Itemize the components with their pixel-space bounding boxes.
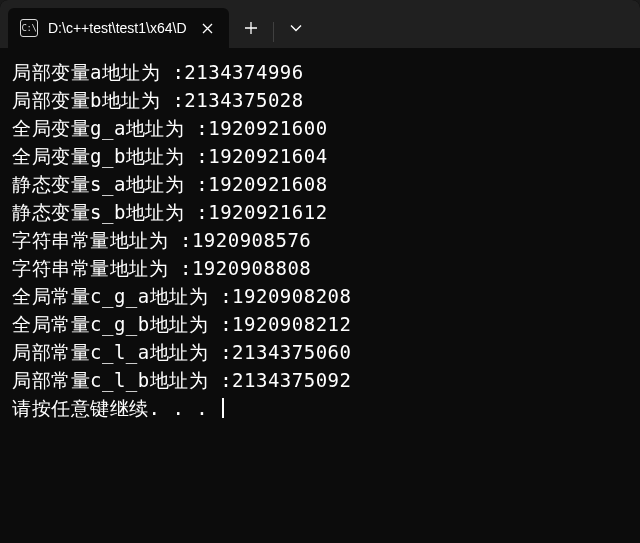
output-line: 全局常量c_g_b地址为 :1920908212 <box>12 310 628 338</box>
output-label: 全局常量c_g_a地址为 : <box>12 285 232 307</box>
output-label: 字符串常量地址为 : <box>12 257 192 279</box>
output-line: 全局变量g_a地址为 :1920921600 <box>12 114 628 142</box>
output-line: 字符串常量地址为 :1920908576 <box>12 226 628 254</box>
continue-prompt: 请按任意键继续. . . <box>12 394 628 422</box>
output-label: 字符串常量地址为 : <box>12 229 192 251</box>
output-label: 局部常量c_l_a地址为 : <box>12 341 232 363</box>
continue-prompt-text: 请按任意键继续. . . <box>12 397 220 419</box>
output-line: 字符串常量地址为 :1920908808 <box>12 254 628 282</box>
output-value: 1920908212 <box>232 313 351 335</box>
output-value: 1920921600 <box>208 117 327 139</box>
output-value: 1920921612 <box>208 201 327 223</box>
cmd-icon: C:\ <box>20 19 38 37</box>
output-label: 静态变量s_a地址为 : <box>12 173 208 195</box>
output-label: 局部常量c_l_b地址为 : <box>12 369 232 391</box>
output-line: 局部变量a地址为 :2134374996 <box>12 58 628 86</box>
close-tab-button[interactable] <box>197 17 219 39</box>
plus-icon <box>245 22 257 34</box>
output-value: 2134375028 <box>184 89 303 111</box>
chevron-down-icon <box>290 24 302 32</box>
output-value: 2134375092 <box>232 369 351 391</box>
output-line: 全局常量c_g_a地址为 :1920908208 <box>12 282 628 310</box>
output-value: 1920908208 <box>232 285 351 307</box>
output-line: 局部变量b地址为 :2134375028 <box>12 86 628 114</box>
output-line: 局部常量c_l_a地址为 :2134375060 <box>12 338 628 366</box>
titlebar: C:\ D:\c++test\test1\x64\D <box>0 0 640 48</box>
titlebar-actions <box>229 0 318 48</box>
output-value: 1920908808 <box>192 257 311 279</box>
output-value: 2134374996 <box>184 61 303 83</box>
output-value: 1920921608 <box>208 173 327 195</box>
tab-dropdown-button[interactable] <box>274 8 318 48</box>
active-tab[interactable]: C:\ D:\c++test\test1\x64\D <box>8 8 229 48</box>
output-label: 局部变量a地址为 : <box>12 61 184 83</box>
output-label: 全局变量g_b地址为 : <box>12 145 208 167</box>
output-label: 局部变量b地址为 : <box>12 89 184 111</box>
output-value: 1920921604 <box>208 145 327 167</box>
output-line: 静态变量s_b地址为 :1920921612 <box>12 198 628 226</box>
tab-title: D:\c++test\test1\x64\D <box>48 20 187 36</box>
output-label: 全局变量g_a地址为 : <box>12 117 208 139</box>
terminal-output[interactable]: 局部变量a地址为 :2134374996局部变量b地址为 :2134375028… <box>0 48 640 543</box>
close-icon <box>202 23 213 34</box>
output-value: 1920908576 <box>192 229 311 251</box>
output-label: 静态变量s_b地址为 : <box>12 201 208 223</box>
new-tab-button[interactable] <box>229 8 273 48</box>
terminal-window: C:\ D:\c++test\test1\x64\D 局部变量a地址为 :213… <box>0 0 640 543</box>
output-line: 全局变量g_b地址为 :1920921604 <box>12 142 628 170</box>
output-label: 全局常量c_g_b地址为 : <box>12 313 232 335</box>
output-value: 2134375060 <box>232 341 351 363</box>
output-line: 静态变量s_a地址为 :1920921608 <box>12 170 628 198</box>
output-line: 局部常量c_l_b地址为 :2134375092 <box>12 366 628 394</box>
text-cursor <box>222 398 224 418</box>
